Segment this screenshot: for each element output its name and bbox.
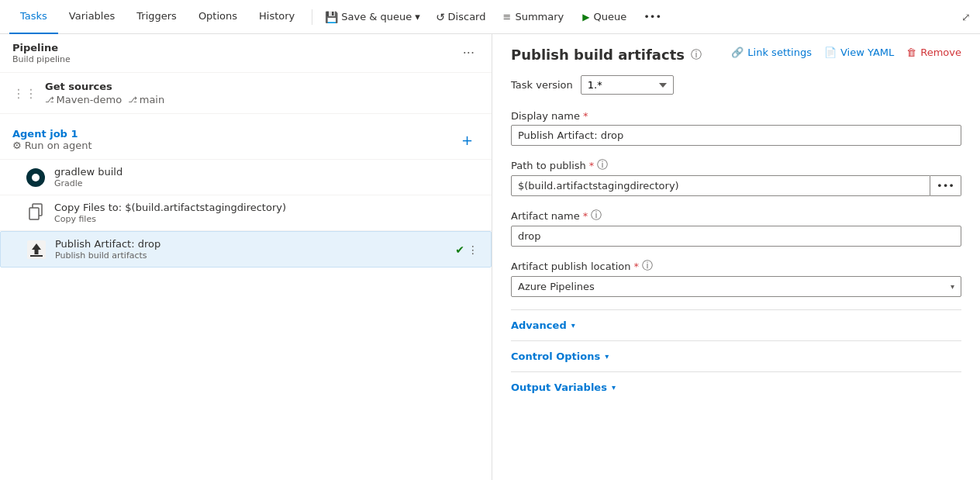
nav-actions: 💾 Save & queue ▾ ↺ Discard ≡ Summary ▶ Q… [319,5,668,29]
publish-task-subtitle: Publish build artifacts [55,250,447,261]
artifact-publish-location-field: Artifact publish location * ⓘ Azure Pipe… [511,259,961,297]
control-options-collapse-header[interactable]: Control Options ▾ [511,351,961,362]
agent-job-title: Agent job 1 [12,128,92,140]
expand-icon[interactable]: ⤢ [961,11,971,23]
get-sources-title: Get sources [45,81,479,92]
artifact-location-dropdown[interactable]: Azure Pipelines ▾ [511,276,961,297]
agent-job-info: Agent job 1 ⚙ Run on agent [12,128,92,151]
task-version-select[interactable]: 1.* 2.* [581,75,674,95]
drag-handle-icon: ⋮⋮ [12,86,37,101]
top-navigation: Tasks Variables Triggers Options History… [0,0,980,34]
summary-label: Summary [515,11,564,22]
link-settings-button[interactable]: 🔗 Link settings [731,47,812,58]
maven-demo-meta: ⎇ Maven-demo [45,94,122,105]
svg-rect-4 [30,255,43,257]
agent-job-left: Agent job 1 ⚙ Run on agent [12,128,92,151]
pipeline-more-button[interactable]: ··· [458,44,479,62]
link-settings-icon: 🔗 [731,47,744,58]
get-sources-meta: ⎇ Maven-demo ⎇ main [45,94,479,105]
pipeline-title: Pipeline [12,42,71,54]
task-publish-artifact[interactable]: Publish Artifact: drop Publish build art… [0,231,492,268]
copy-icon-wrap [25,202,47,224]
task-copy-files[interactable]: Copy Files to: $(build.artifactstagingdi… [0,195,492,231]
artifact-name-input[interactable] [511,226,961,247]
publish-icon-wrap [26,239,47,261]
tab-history[interactable]: History [248,0,305,34]
link-settings-label: Link settings [747,47,812,58]
advanced-collapse-header[interactable]: Advanced ▾ [511,319,961,331]
branch-meta: ⎇ main [128,94,164,105]
pipeline-subtitle: Build pipeline [12,54,71,64]
view-yaml-icon: 📄 [824,47,837,58]
panel-title-text: Publish build artifacts [511,47,685,63]
chevron-down-icon: ▾ [951,282,954,291]
gradle-icon-wrap [25,167,47,188]
control-options-section: Control Options ▾ [511,340,961,371]
artifact-location-required: * [634,261,640,272]
gradle-task-subtitle: Gradle [54,178,479,188]
remove-button[interactable]: 🗑 Remove [906,47,961,58]
copy-task-subtitle: Copy files [54,214,479,224]
copy-task-name: Copy Files to: $(build.artifactstagingdi… [54,202,479,213]
path-to-publish-input[interactable] [511,175,930,196]
task-version-row: Task version 1.* 2.* [511,75,961,95]
artifact-name-info-icon[interactable]: ⓘ [591,209,602,223]
nav-tabs: Tasks Variables Triggers Options History [9,0,305,34]
output-variables-label: Output Variables [511,382,607,393]
pipeline-info: Pipeline Build pipeline [12,42,71,64]
publish-task-actions: ✔ ⋮ [455,243,478,256]
save-dropdown-icon: ▾ [415,11,420,22]
repo-icon: ⎇ [45,95,54,104]
publish-task-info: Publish Artifact: drop Publish build art… [55,238,447,261]
panel-info-icon[interactable]: ⓘ [691,48,702,62]
path-browse-button[interactable]: ••• [930,175,961,196]
advanced-label: Advanced [511,319,567,331]
task-check-icon: ✔ [455,243,464,256]
display-name-input[interactable] [511,125,961,146]
tab-variables[interactable]: Variables [58,0,126,34]
task-version-label: Task version [511,79,573,91]
gradle-icon [26,168,45,187]
task-gradle[interactable]: gradlew build Gradle [0,160,492,195]
save-queue-button[interactable]: 💾 Save & queue ▾ [319,5,426,29]
left-panel: Pipeline Build pipeline ··· ⋮⋮ Get sourc… [0,34,492,480]
discard-button[interactable]: ↺ Discard [430,5,492,29]
queue-button[interactable]: ▶ Queue [575,5,634,29]
summary-icon: ≡ [503,11,512,22]
output-variables-section: Output Variables ▾ [511,371,961,402]
agent-job-subtitle: ⚙ Run on agent [12,140,92,151]
tab-triggers[interactable]: Triggers [126,0,188,34]
display-name-field: Display name * [511,110,961,146]
save-icon: 💾 [325,11,338,23]
display-name-required: * [583,110,588,122]
artifact-name-required: * [583,210,588,222]
pipeline-header: Pipeline Build pipeline ··· [0,34,492,73]
artifact-location-info-icon[interactable]: ⓘ [642,259,653,273]
discard-label: Discard [448,11,486,22]
panel-actions: 🔗 Link settings 📄 View YAML 🗑 Remove [731,47,961,58]
summary-button[interactable]: ≡ Summary [495,5,572,29]
play-icon: ▶ [582,12,589,22]
view-yaml-button[interactable]: 📄 View YAML [824,47,894,58]
path-info-icon[interactable]: ⓘ [597,158,608,172]
more-options-button[interactable]: ••• [637,5,668,29]
nav-divider [312,9,312,25]
control-options-chevron-icon: ▾ [605,352,609,361]
view-yaml-label: View YAML [840,47,894,58]
tab-options[interactable]: Options [188,0,248,34]
get-sources-item[interactable]: ⋮⋮ Get sources ⎇ Maven-demo ⎇ main [0,73,492,114]
agent-job-header[interactable]: Agent job 1 ⚙ Run on agent + [0,120,492,160]
get-sources-content: Get sources ⎇ Maven-demo ⎇ main [45,81,479,105]
output-variables-collapse-header[interactable]: Output Variables ▾ [511,382,961,393]
more-options-icon: ••• [644,11,661,22]
path-to-publish-field: Path to publish * ⓘ ••• [511,158,961,196]
publish-task-name: Publish Artifact: drop [55,238,447,250]
task-more-icon[interactable]: ⋮ [468,243,478,256]
gradle-task-name: gradlew build [54,166,479,178]
add-task-button[interactable]: + [455,130,479,150]
advanced-section: Advanced ▾ [511,309,961,340]
gradle-inner-icon [32,174,40,181]
tab-tasks[interactable]: Tasks [9,0,58,34]
agent-icon: ⚙ [12,140,22,151]
queue-label: Queue [593,11,626,22]
